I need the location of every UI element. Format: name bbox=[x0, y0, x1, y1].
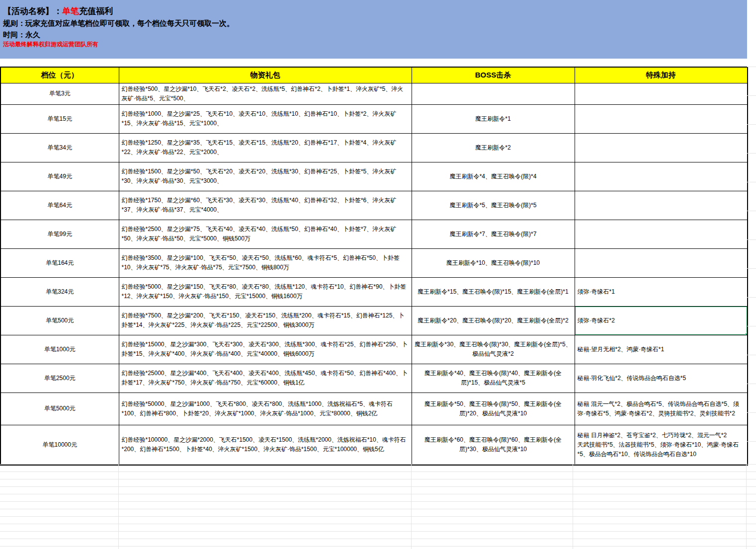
boss-cell[interactable]: 魔王刷新令*10、魔王召唤令(限)*10 bbox=[412, 248, 575, 277]
tier-cell[interactable]: 单笔1000元 bbox=[0, 335, 119, 364]
activity-title: 【活动名称】：单笔充值福利 bbox=[3, 5, 747, 17]
special-cell[interactable] bbox=[575, 162, 748, 191]
boss-cell[interactable]: 魔王刷新令*15、魔王召唤令(限)*15、魔王刷新令(全层)*1 bbox=[412, 277, 575, 306]
activity-time: 时间：永久 bbox=[3, 29, 747, 40]
special-cell[interactable]: 秘籍 日月神鉴*2、苍穹宝鉴*2、七巧玲珑*2、混元一气*2 天武技能书*5、法… bbox=[575, 425, 748, 465]
items-cell[interactable]: 幻兽经验*5000、星之沙漏*150、飞天石*80、凌天石*80、洗练瓶*120… bbox=[119, 277, 412, 306]
items-cell[interactable]: 幻兽经验*1000、星之沙漏*25、飞天石*10、凌天石*10、洗练瓶*10、幻… bbox=[119, 104, 412, 133]
items-cell[interactable]: 幻兽经验*7500、星之沙漏*200、飞天石*150、凌天石*150、洗练瓶*2… bbox=[119, 306, 412, 335]
items-cell[interactable]: 幻兽经验*100000、星之沙漏*2000、飞天石*1500、凌天石*1500、… bbox=[119, 425, 412, 465]
special-cell[interactable]: 须弥·奇缘石*1 bbox=[575, 277, 748, 306]
items-cell[interactable]: 幻兽经验*1750、星之沙漏*60、飞天石*30、凌天石*30、洗练瓶*40、幻… bbox=[119, 191, 412, 220]
activity-banner: 【活动名称】：单笔充值福利 规则：玩家充值对应单笔档位即可领取，每个档位每天只可… bbox=[0, 0, 747, 59]
boss-cell[interactable]: 魔王刷新令*50、魔王召唤令(限)*50、魔王刷新令(全层)*20、极品仙气灵液… bbox=[412, 392, 575, 425]
table-row: 单笔64元幻兽经验*1750、星之沙漏*60、飞天石*30、凌天石*30、洗练瓶… bbox=[0, 191, 748, 220]
table-row: 单笔49元幻兽经验*1500、星之沙漏*50、飞天石*20、凌天石*20、洗练瓶… bbox=[0, 162, 748, 191]
activity-disclaimer: 活动最终解释权归游戏运营团队所有 bbox=[3, 40, 747, 49]
table-row: 单笔15元幻兽经验*1000、星之沙漏*25、飞天石*10、凌天石*10、洗练瓶… bbox=[0, 104, 748, 133]
column-header-items[interactable]: 物资礼包 bbox=[119, 67, 412, 83]
right-grid-strip bbox=[747, 67, 756, 464]
boss-cell[interactable]: 魔王刷新令*40、魔王召唤令(限)*40、魔王刷新令(全层)*15、极品仙气灵液… bbox=[412, 364, 575, 392]
selected-cell-text: 须弥·奇缘石*2 bbox=[578, 317, 615, 324]
special-cell[interactable]: 秘籍 混元一气*2、极品合鸣石*5、传说饰品合鸣石自选*5、须弥·奇缘石*5、鸿… bbox=[575, 392, 748, 425]
boss-cell[interactable]: 魔王刷新令*1 bbox=[412, 104, 575, 133]
special-cell[interactable]: 须弥·奇缘石*2 bbox=[575, 306, 748, 335]
column-header-special[interactable]: 特殊加持 bbox=[575, 67, 748, 83]
items-cell[interactable]: 幻兽经验*3500、星之沙漏*100、飞天石*50、凌天石*50、洗练瓶*60、… bbox=[119, 248, 412, 277]
special-cell[interactable] bbox=[575, 248, 748, 277]
items-cell[interactable]: 幻兽经验*15000、星之沙漏*300、飞天石*300、凌天石*300、洗练瓶*… bbox=[119, 335, 412, 364]
special-cell[interactable] bbox=[575, 133, 748, 162]
activity-title-prefix: 【活动名称】： bbox=[3, 6, 62, 16]
special-cell[interactable] bbox=[575, 83, 748, 104]
tier-cell[interactable]: 单笔10000元 bbox=[0, 425, 119, 465]
table-row: 单笔5000元幻兽经验*50000、星之沙漏*1000、飞天石*800、凌天石*… bbox=[0, 392, 748, 425]
special-cell[interactable]: 秘籍·望月无相*2、鸿蒙·奇缘石*1 bbox=[575, 335, 748, 364]
column-header-tier[interactable]: 档位（元） bbox=[0, 67, 119, 83]
special-cell[interactable] bbox=[575, 220, 748, 248]
table-row: 单笔99元幻兽经验*2500、星之沙漏*75、飞天石*40、凌天石*40、洗练瓶… bbox=[0, 220, 748, 248]
items-cell[interactable]: 幻兽经验*2500、星之沙漏*75、飞天石*40、凌天石*40、洗练瓶*50、幻… bbox=[119, 220, 412, 248]
boss-cell[interactable]: 魔王刷新令*20、魔王召唤令(限)*20、魔王刷新令(全层)*2 bbox=[412, 306, 575, 335]
boss-cell[interactable]: 魔王刷新令*4、魔王召唤令(限)*4 bbox=[412, 162, 575, 191]
special-cell[interactable]: 秘籍·羽化飞仙*2、传说饰品合鸣石自选*5 bbox=[575, 364, 748, 392]
tier-cell[interactable]: 单笔164元 bbox=[0, 248, 119, 277]
table-row: 单笔164元幻兽经验*3500、星之沙漏*100、飞天石*50、凌天石*50、洗… bbox=[0, 248, 748, 277]
table-row: 单笔2500元幻兽经验*25000、星之沙漏*400、飞天石*400、凌天石*4… bbox=[0, 364, 748, 392]
header-row: 档位（元）物资礼包BOSS击杀特殊加持 bbox=[0, 67, 748, 83]
table-row: 单笔10000元幻兽经验*100000、星之沙漏*2000、飞天石*1500、凌… bbox=[0, 425, 748, 465]
tier-cell[interactable]: 单笔64元 bbox=[0, 191, 119, 220]
special-cell[interactable] bbox=[575, 104, 748, 133]
column-header-boss[interactable]: BOSS击杀 bbox=[412, 67, 575, 83]
tier-cell[interactable]: 单笔500元 bbox=[0, 306, 119, 335]
items-cell[interactable]: 幻兽经验*1250、星之沙漏*35、飞天石*15、凌天石*15、洗练瓶*20、幻… bbox=[119, 133, 412, 162]
boss-cell[interactable]: 魔王刷新令*7、魔王召唤令(限)*7 bbox=[412, 220, 575, 248]
items-cell[interactable]: 幻兽经验*50000、星之沙漏*1000、飞天石*800、凌天石*800、洗练瓶… bbox=[119, 392, 412, 425]
table-row: 单笔3元幻兽经验*500、星之沙漏*10、飞天石*2、凌天石*2、洗练瓶*5、幻… bbox=[0, 83, 748, 104]
boss-cell[interactable]: 魔王刷新令*2 bbox=[412, 133, 575, 162]
table-row: 单笔1000元幻兽经验*15000、星之沙漏*300、飞天石*300、凌天石*3… bbox=[0, 335, 748, 364]
tier-cell[interactable]: 单笔99元 bbox=[0, 220, 119, 248]
items-cell[interactable]: 幻兽经验*25000、星之沙漏*400、飞天石*400、凌天石*400、洗练瓶*… bbox=[119, 364, 412, 392]
boss-cell[interactable]: 魔王刷新令*5、魔王召唤令(限)*5 bbox=[412, 191, 575, 220]
special-cell[interactable] bbox=[575, 191, 748, 220]
empty-grid-area[interactable] bbox=[0, 464, 756, 549]
activity-title-suffix: 充值福利 bbox=[79, 6, 113, 16]
boss-cell[interactable] bbox=[412, 83, 575, 104]
tier-cell[interactable]: 单笔15元 bbox=[0, 104, 119, 133]
tier-cell[interactable]: 单笔3元 bbox=[0, 83, 119, 104]
table-row: 单笔34元幻兽经验*1250、星之沙漏*35、飞天石*15、凌天石*15、洗练瓶… bbox=[0, 133, 748, 162]
boss-cell[interactable]: 魔王刷新令*30、魔王召唤令(限)*30、魔王刷新令(全层)*5、极品仙气灵液*… bbox=[412, 335, 575, 364]
items-cell[interactable]: 幻兽经验*500、星之沙漏*10、飞天石*2、凌天石*2、洗练瓶*5、幻兽神石*… bbox=[119, 83, 412, 104]
table-row: 单笔324元幻兽经验*5000、星之沙漏*150、飞天石*80、凌天石*80、洗… bbox=[0, 277, 748, 306]
activity-title-highlight: 单笔 bbox=[62, 6, 79, 16]
tier-cell[interactable]: 单笔34元 bbox=[0, 133, 119, 162]
boss-cell[interactable]: 魔王刷新令*60、魔王召唤令(限)*60、魔王刷新令(全层)*30、极品仙气灵液… bbox=[412, 425, 575, 465]
tier-cell[interactable]: 单笔2500元 bbox=[0, 364, 119, 392]
rewards-table: 档位（元）物资礼包BOSS击杀特殊加持 单笔3元幻兽经验*500、星之沙漏*10… bbox=[0, 67, 748, 466]
items-cell[interactable]: 幻兽经验*1500、星之沙漏*50、飞天石*20、凌天石*20、洗练瓶*30、幻… bbox=[119, 162, 412, 191]
tier-cell[interactable]: 单笔49元 bbox=[0, 162, 119, 191]
activity-rule: 规则：玩家充值对应单笔档位即可领取，每个档位每天只可领取一次。 bbox=[3, 17, 747, 29]
tier-cell[interactable]: 单笔324元 bbox=[0, 277, 119, 306]
table-row: 单笔500元幻兽经验*7500、星之沙漏*200、飞天石*150、凌天石*150… bbox=[0, 306, 748, 335]
tier-cell[interactable]: 单笔5000元 bbox=[0, 392, 119, 425]
